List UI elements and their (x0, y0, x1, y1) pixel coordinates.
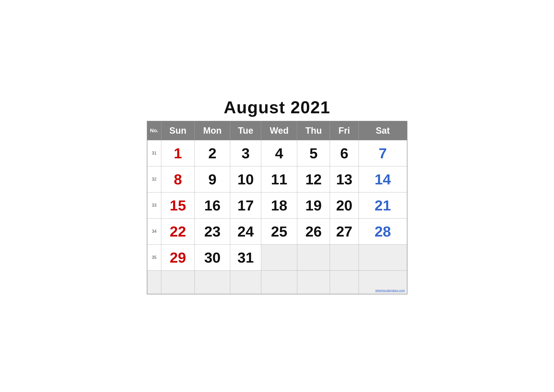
header-wed: Wed (261, 121, 297, 140)
day-cell: 22 (161, 218, 195, 244)
calendar-table: No. Sun Mon Tue Wed Thu Fri Sat 31123456… (147, 121, 407, 294)
day-cell: 15 (161, 192, 195, 218)
header-no: No. (147, 121, 161, 140)
day-cell: 17 (230, 192, 261, 218)
header-mon: Mon (194, 121, 230, 140)
calendar-container: August 2021 No. Sun Mon Tue Wed Thu Fri … (147, 98, 407, 294)
watermark: wheniscalendars.com (375, 289, 405, 292)
day-cell: 13 (330, 166, 359, 192)
day-cell: 24 (230, 218, 261, 244)
day-cell: 12 (297, 166, 330, 192)
day-cell: 19 (297, 192, 330, 218)
header-sun: Sun (161, 121, 195, 140)
day-cell: 7 (359, 140, 407, 166)
day-cell: 16 (194, 192, 230, 218)
day-cell: 20 (330, 192, 359, 218)
day-cell: 3 (230, 140, 261, 166)
day-cell: 31 (230, 244, 261, 270)
day-cell: 27 (330, 218, 359, 244)
header-tue: Tue (230, 121, 261, 140)
day-cell: 23 (194, 218, 230, 244)
day-cell (261, 244, 297, 270)
day-cell: 6 (330, 140, 359, 166)
week-number: 32 (147, 166, 161, 192)
week-number: 33 (147, 192, 161, 218)
day-cell: 25 (261, 218, 297, 244)
day-cell: 5 (297, 140, 330, 166)
header-fri: Fri (330, 121, 359, 140)
day-cell: 10 (230, 166, 261, 192)
day-cell (359, 244, 407, 270)
week-number: 35 (147, 244, 161, 270)
day-cell: 11 (261, 166, 297, 192)
last-empty-row: wheniscalendars.com (147, 270, 407, 294)
header-row: No. Sun Mon Tue Wed Thu Fri Sat (147, 121, 407, 140)
day-cell (297, 244, 330, 270)
header-thu: Thu (297, 121, 330, 140)
day-cell: 9 (194, 166, 230, 192)
day-cell: 30 (194, 244, 230, 270)
week-row-35: 35293031 (147, 244, 407, 270)
week-row-32: 32891011121314 (147, 166, 407, 192)
day-cell: 18 (261, 192, 297, 218)
week-number: 34 (147, 218, 161, 244)
week-row-34: 3422232425262728 (147, 218, 407, 244)
header-sat: Sat (359, 121, 407, 140)
day-cell: 14 (359, 166, 407, 192)
week-row-33: 3315161718192021 (147, 192, 407, 218)
day-cell: 2 (194, 140, 230, 166)
day-cell: 26 (297, 218, 330, 244)
day-cell (330, 244, 359, 270)
day-cell: 8 (161, 166, 195, 192)
week-number: 31 (147, 140, 161, 166)
day-cell: 21 (359, 192, 407, 218)
day-cell: 4 (261, 140, 297, 166)
calendar-title: August 2021 (147, 98, 407, 117)
day-cell: 1 (161, 140, 195, 166)
day-cell: 28 (359, 218, 407, 244)
week-row-31: 311234567 (147, 140, 407, 166)
day-cell: 29 (161, 244, 195, 270)
